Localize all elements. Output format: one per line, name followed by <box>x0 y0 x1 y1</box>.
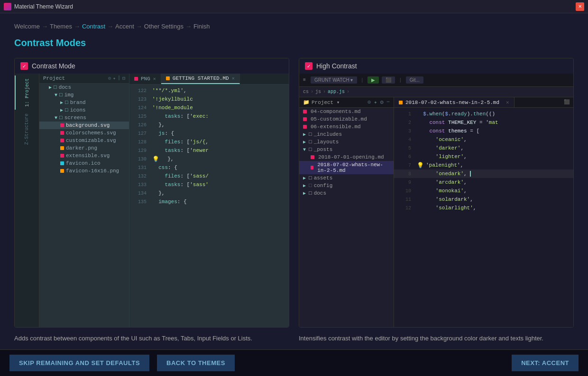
tree-item-img[interactable]: ▼ □ img <box>39 91 129 99</box>
tree-item-includes[interactable]: ▶ □ _includes <box>299 131 394 138</box>
close-button[interactable]: ✕ <box>576 2 584 11</box>
tab-icon-right[interactable]: ⬛ <box>560 97 573 107</box>
bottom-left-buttons: SKIP REMAINING AND SET DEFAULTS BACK TO … <box>9 355 235 371</box>
page-title: Contrast Modes <box>14 38 574 48</box>
code-line-r9: 9 'arcdark', <box>394 178 573 187</box>
tree-item-favicon16[interactable]: favicon-16x16.png <box>39 167 129 175</box>
contrast-mode-title: Contrast Mode <box>32 62 75 70</box>
code-line-r1: 1 $.when($.ready).then(() <box>394 110 573 118</box>
code-line-126: 126 }, <box>129 121 289 129</box>
tabs-bar-left: PNG ✕ GETTING STARTED.MD ✕ <box>129 74 289 85</box>
toolbar-git[interactable]: Git... <box>406 76 423 84</box>
code-line-r4: 4 'oceanic', <box>394 135 573 144</box>
tree-item-layouts[interactable]: ▶ □ _layouts <box>299 138 394 146</box>
toolbar-run[interactable]: ▶ <box>368 76 379 84</box>
file-tree-header-left: Project ⊙ ✦ | ⊟ <box>39 74 129 84</box>
toolbar-dark: ≡ GRUNT WATCH ▾ | ▶ ⬛ | Git... <box>299 74 573 87</box>
back-button[interactable]: BACK TO THEMES <box>157 355 235 371</box>
code-line-r3: 3 const themes = [ <box>394 127 573 135</box>
code-line-129: 129 tasks: ['newer <box>129 146 289 155</box>
tree-item-config[interactable]: ▶ □ config <box>299 182 394 189</box>
toolbar-stop[interactable]: ⬛ <box>382 76 395 84</box>
breadcrumb-welcome: Welcome <box>14 23 40 30</box>
contrast-mode-panel: ✓ Contrast Mode 1: Project Z-Structure P… <box>14 58 289 328</box>
code-line-127: 127 js: { <box>129 129 289 138</box>
tree-item-favicon[interactable]: favicon.ico <box>39 160 129 167</box>
high-contrast-checkbox[interactable]: ✓ <box>305 62 312 70</box>
tree-item-04[interactable]: 04-components.md <box>299 108 394 115</box>
breadcrumb-finish: Finish <box>193 23 210 30</box>
title-bar-left: Material Theme Wizard <box>4 3 73 10</box>
tabs-bar-right: 2018-07-02-whats-new-in-2-5.md ✕ ⬛ <box>394 97 573 108</box>
app-title: Material Theme Wizard <box>14 3 73 10</box>
code-line-133: 133 tasks: ['sass' <box>129 180 289 189</box>
tree-item-extensible[interactable]: extensible.svg <box>39 152 129 160</box>
bottom-bar: SKIP REMAINING AND SET DEFAULTS BACK TO … <box>0 349 588 376</box>
next-button[interactable]: NEXT: ACCENT <box>512 355 579 371</box>
tree-item-icons[interactable]: ▶ □ icons <box>39 106 129 114</box>
high-contrast-description: Intensifies contrast with the editor by … <box>299 334 574 343</box>
contrast-mode-description: Adds contrast between components of the … <box>14 334 289 343</box>
code-line-r5: 5 'darker', <box>394 144 573 152</box>
code-line-128: 128 files: ['js/{, <box>129 138 289 146</box>
code-line-r8: 8 'onedark', <box>394 169 573 178</box>
code-line-123: 123 '!jekyllbuilc <box>129 95 289 103</box>
breadcrumb-bar-right: cs › js › app.js › <box>299 87 573 97</box>
code-line-131: 131 css: { <box>129 163 289 172</box>
code-lines-right: 1 $.when($.ready).then(() 2 const THEME_… <box>394 108 573 327</box>
code-line-134: 134 }, <box>129 189 289 197</box>
tree-item-whats-new[interactable]: 2018-07-02-whats-new-in-2-5.md <box>299 161 394 174</box>
breadcrumb-other: Other Settings <box>144 23 184 30</box>
high-contrast-title: High Contrast <box>316 62 357 70</box>
tree-item-05[interactable]: 05-customizable.md <box>299 115 394 123</box>
app-icon <box>4 3 11 10</box>
breadcrumb: Welcome → Themes → Contrast → Accent → O… <box>14 23 574 30</box>
tab-getting-started[interactable]: GETTING STARTED.MD ✕ <box>161 74 240 84</box>
ide-sidebar-left: 1: Project Z-Structure <box>15 74 39 327</box>
skip-button[interactable]: SKIP REMAINING AND SET DEFAULTS <box>9 355 149 371</box>
tree-item-colorschemes[interactable]: colorschemes.svg <box>39 129 129 137</box>
code-line-r12: 12 'solarlight', <box>394 204 573 212</box>
tree-item-posts[interactable]: ▼ □ _posts <box>299 146 394 153</box>
tab-png[interactable]: PNG ✕ <box>129 74 161 84</box>
file-tree-left: Project ⊙ ✦ | ⊟ ▶ □ docs ▼ <box>39 74 129 327</box>
high-contrast-header: ✓ High Contrast <box>299 58 573 74</box>
tab-whats-new[interactable]: 2018-07-02-whats-new-in-2-5.md ✕ <box>394 97 514 107</box>
code-line-125: 125 tasks: ['exec: <box>129 112 289 121</box>
tree-item-background[interactable]: background.svg <box>39 122 129 129</box>
code-line-r2: 2 const THEME_KEY = 'mat <box>394 118 573 127</box>
tree-item-customizable[interactable]: customizable.svg <box>39 137 129 144</box>
code-area-left: PNG ✕ GETTING STARTED.MD ✕ 122 '**/*.yml… <box>129 74 289 327</box>
tree-item-docs[interactable]: ▶ □ docs <box>39 84 129 91</box>
tree-item-brand[interactable]: ▶ □ brand <box>39 99 129 106</box>
file-tree-right: 📁 Project ▾ ⊙ ✦ ⚙ − <box>299 97 394 327</box>
tree-item-opening[interactable]: 2018-07-01-opening.md <box>299 153 394 161</box>
high-contrast-ide: ≡ GRUNT WATCH ▾ | ▶ ⬛ | Git... cs › js › <box>299 74 573 327</box>
contrast-mode-header: ✓ Contrast Mode <box>15 58 289 74</box>
code-line-135: 135 images: { <box>129 197 289 206</box>
code-lines-left: 122 '**/*.yml', 123 '!jekyllbuilc 124 '!… <box>129 85 289 327</box>
toolbar-grunt-watch[interactable]: GRUNT WATCH ▾ <box>311 76 357 84</box>
panels-row: ✓ Contrast Mode 1: Project Z-Structure P… <box>14 58 574 328</box>
code-line-122: 122 '**/*.yml', <box>129 86 289 95</box>
code-line-r7: 7 💡 'palenight', <box>394 161 573 169</box>
breadcrumb-contrast: Contrast <box>82 23 105 30</box>
code-line-r10: 10 'monokai', <box>394 187 573 195</box>
tree-item-assets[interactable]: ▶ □ assets <box>299 174 394 182</box>
contrast-mode-ide: 1: Project Z-Structure Project ⊙ ✦ | ⊟ <box>15 74 289 327</box>
code-line-132: 132 files: ['sass/ <box>129 172 289 180</box>
contrast-mode-checkbox[interactable]: ✓ <box>20 62 28 70</box>
title-bar: Material Theme Wizard ✕ <box>0 0 588 13</box>
tree-item-06[interactable]: 06-extensible.md <box>299 123 394 131</box>
tree-item-docs-right[interactable]: ▶ □ docs <box>299 189 394 197</box>
code-area-right: 2018-07-02-whats-new-in-2-5.md ✕ ⬛ 1 $.w… <box>394 97 573 327</box>
code-line-130: 130 💡 }, <box>129 155 289 163</box>
breadcrumb-accent: Accent <box>115 23 134 30</box>
code-line-124: 124 '!node_module <box>129 103 289 112</box>
file-tree-dark-header: 📁 Project ▾ ⊙ ✦ ⚙ − <box>299 97 394 108</box>
tree-item-screens[interactable]: ▼ □ screens <box>39 114 129 122</box>
tree-item-darker[interactable]: darker.png <box>39 144 129 152</box>
breadcrumb-themes: Themes <box>50 23 72 30</box>
sidebar-tab-structure[interactable]: Z-Structure <box>15 111 39 148</box>
sidebar-tab-project[interactable]: 1: Project <box>15 75 39 110</box>
